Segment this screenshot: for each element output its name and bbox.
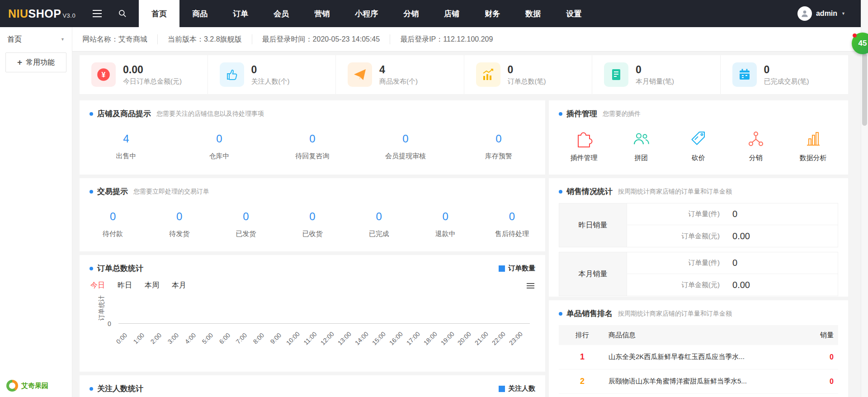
tip-refunding[interactable]: 0 退款中 [412,210,479,238]
tip-value: 0 [452,132,545,145]
svg-text:¥: ¥ [102,71,106,79]
search-icon[interactable] [110,0,135,27]
plugin-label: 数据分析 [800,154,827,162]
stat-card-goods-published[interactable]: 4 商品发布(个) [336,55,464,94]
sales-metric-row: 订单金额(元) 0.00 [627,225,838,247]
nav-item-marketing[interactable]: 营销 [302,0,342,27]
dashboard-columns: 店铺及商品提示 您需要关注的店铺信息以及待处理事项 4 出售中 0 仓库中 [80,100,848,397]
nav-item-home[interactable]: 首页 [139,0,179,27]
tip-value: 4 [80,132,173,145]
sales-metric-row: 订单量(件) 0 [627,203,838,225]
tip-in-warehouse[interactable]: 0 仓库中 [173,132,266,161]
ranking-row[interactable]: 2 辰颐物语山东羊角蜜博洋蜜甜瓜新鲜当季水5... 0 [559,369,838,394]
sidebar-item-home[interactable]: 首页 ▼ [0,27,72,52]
add-common-functions-button[interactable]: + 常用功能 [5,52,66,72]
metric-value: 0 [732,258,737,268]
tip-pending-replies[interactable]: 0 待回复咨询 [266,132,359,161]
panel-shop-tips: 店铺及商品提示 您需要关注的店铺信息以及待处理事项 4 出售中 0 仓库中 [80,100,545,175]
brand-logo[interactable]: NIUSHOPV3.0 [0,0,85,27]
stat-card-order-amount[interactable]: ¥ 0.00 今日订单总金额(元) [80,55,208,94]
panel-sales-stats: 销售情况统计 按周期统计商家店铺的订单量和订单金额 昨日销量 订单量(件) 0 [549,178,848,297]
tip-aftersale-pending[interactable]: 0 售后待处理 [479,210,545,238]
vertical-scrollbar[interactable] [861,0,868,397]
plugin-group-buy[interactable]: 拼团 [613,130,670,162]
tip-shipped[interactable]: 0 已发货 [212,210,279,238]
sales-group-month: 本月销量 订单量(件) 0 订单金额(元) 0.00 [559,252,838,296]
tip-completed[interactable]: 0 已完成 [346,210,412,238]
tip-label: 已收货 [279,230,345,238]
column-header-rank: 排行 [559,331,606,340]
nav-item-data[interactable]: 数据 [513,0,553,27]
nav-item-goods[interactable]: 商品 [179,0,220,27]
tip-pending-shipment[interactable]: 0 待发货 [146,210,212,238]
plugin-label: 拼团 [634,154,648,162]
stats-row: ¥ 0.00 今日订单总金额(元) 0 关注人数(个) [80,55,848,94]
sidebar-home-label: 首页 [7,35,22,44]
dashboard-content: ¥ 0.00 今日订单总金额(元) 0 关注人数(个) [72,52,861,397]
plugin-bargain[interactable]: 砍价 [670,130,727,162]
stat-card-month-sales[interactable]: 0 本月销量(笔) [592,55,721,94]
plugin-distribution[interactable]: 分销 [727,130,784,162]
ranking-row[interactable]: 1 山东全美2K西瓜新鲜早春红玉西瓜应当季水... 0 [559,345,838,369]
stat-card-followers[interactable]: 0 关注人数(个) [208,55,336,94]
panel-title: 插件管理 [566,109,597,119]
stat-value: 0 [636,64,674,76]
chevron-down-icon: ▼ [61,37,65,42]
nav-item-orders[interactable]: 订单 [220,0,261,27]
nav-item-members[interactable]: 会员 [261,0,302,27]
menu-toggle-icon[interactable] [85,0,110,27]
goods-name: 辰颐物语山东羊角蜜博洋蜜甜瓜新鲜当季水5... [606,377,798,386]
rank-number: 1 [559,352,606,362]
bullet-icon [559,312,562,316]
stat-label: 已完成交易(笔) [764,77,809,86]
panel-title: 销售情况统计 [566,186,613,197]
chart-menu-icon[interactable] [527,282,534,290]
tip-stock-warning[interactable]: 0 库存预警 [452,132,545,161]
legend-label: 订单数量 [508,264,535,273]
stat-card-completed-trades[interactable]: 0 已完成交易(笔) [721,55,849,94]
site-version: 当前版本：3.2.8旗舰版 [158,34,252,44]
tip-label: 已发货 [212,230,279,238]
panel-subtitle: 按周期统计商家店铺的订单量和订单金额 [618,188,732,196]
tip-withdraw-review[interactable]: 0 会员提现审核 [359,132,452,161]
tip-value: 0 [412,210,479,223]
tab-this-month[interactable]: 本月 [172,281,186,290]
stat-label: 本月销量(笔) [636,77,674,86]
tip-label: 退款中 [412,230,479,238]
nav-item-distribution[interactable]: 分销 [391,0,431,27]
tip-received[interactable]: 0 已收货 [279,210,345,238]
puzzle-icon [575,130,593,148]
stat-value: 0 [508,64,546,76]
scrollbar-thumb[interactable] [862,53,867,126]
nav-item-shop[interactable]: 店铺 [431,0,472,27]
panel-item-ranking: 单品销售排名 按周期统计商家店铺的订单量和订单金额 排行 商品信息 销量 1 山… [549,300,848,397]
panel-subtitle: 您需要的插件 [603,110,641,118]
tab-today[interactable]: 今日 [90,281,105,290]
bullet-icon [90,387,93,391]
metric-label: 订单量(件) [627,259,720,267]
plugin-label: 分销 [749,154,763,162]
bullet-icon [90,267,93,270]
tip-label: 待回复咨询 [266,152,359,161]
stat-card-total-orders[interactable]: 0 订单总数(笔) [464,55,593,94]
tab-this-week[interactable]: 本周 [145,281,159,290]
bar-chart-icon [476,62,500,87]
tip-on-sale[interactable]: 4 出售中 [80,132,173,161]
nav-item-settings[interactable]: 设置 [553,0,594,27]
chart-legend: 订单数量 [499,264,535,273]
plugin-manage[interactable]: 插件管理 [555,130,613,162]
plugin-analytics[interactable]: 数据分析 [784,130,842,162]
bullet-icon [559,112,562,116]
site-info-bar: 网站名称：艾奇商城 当前版本：3.2.8旗舰版 最后登录时间：2020-05-2… [72,27,861,52]
chart-legend: 关注人数 [499,384,535,393]
nav-item-finance[interactable]: 财务 [472,0,513,27]
tab-yesterday[interactable]: 昨日 [118,281,132,290]
username: admin [816,9,837,18]
panel-subtitle: 您需要关注的店铺信息以及待处理事项 [156,110,264,118]
tip-label: 待发货 [146,230,212,238]
tip-value: 0 [279,210,345,223]
stat-value: 0 [764,64,809,76]
tip-pending-payment[interactable]: 0 待付款 [80,210,146,238]
user-menu[interactable]: admin ▼ [797,0,861,27]
nav-item-miniprogram[interactable]: 小程序 [342,0,391,27]
